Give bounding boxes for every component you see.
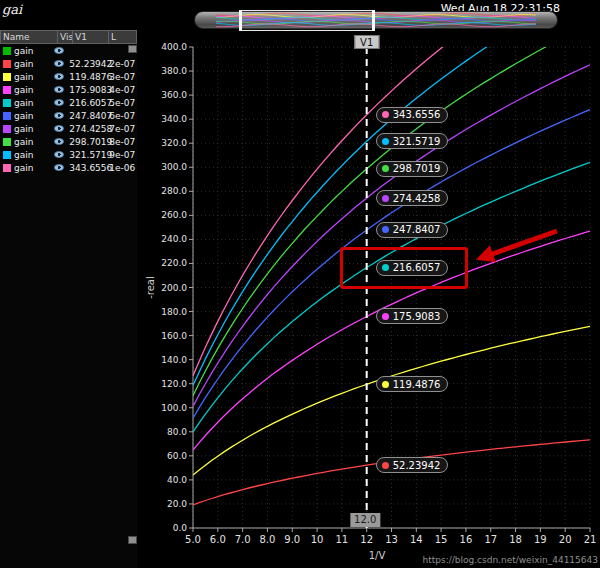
waveform-viewer-window: { "window": { "app_label": "gai", "times…	[0, 0, 600, 568]
axes	[189, 47, 590, 532]
cursor-x-value-box[interactable]: 12.0	[350, 513, 380, 527]
annotation-highlight-box	[340, 247, 468, 289]
plot-canvas[interactable]	[0, 0, 600, 568]
curve-119.4876[interactable]	[193, 326, 590, 475]
watermark-url: https://blog.csdn.net/weixin_44115643	[422, 555, 598, 565]
cursor-name-box[interactable]: V1	[354, 35, 379, 49]
